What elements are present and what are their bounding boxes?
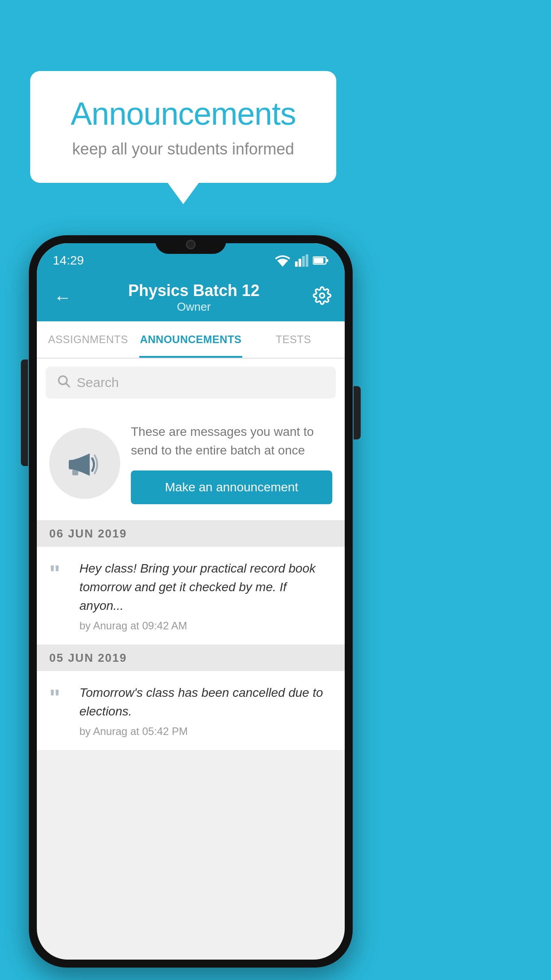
announcements-subtitle: keep all your students informed bbox=[57, 140, 310, 158]
announcement-item-1: " Hey class! Bring your practical record… bbox=[37, 547, 345, 645]
toolbar-title-group: Physics Batch 12 Owner bbox=[128, 281, 260, 314]
wifi-icon bbox=[275, 254, 291, 267]
date-separator-1: 06 JUN 2019 bbox=[37, 521, 345, 547]
tab-tests[interactable]: TESTS bbox=[242, 321, 345, 358]
svg-rect-2 bbox=[299, 259, 301, 267]
signal-icon bbox=[295, 254, 308, 267]
speech-bubble-card: Announcements keep all your students inf… bbox=[30, 71, 336, 183]
camera-dot bbox=[186, 240, 196, 249]
date-separator-2: 05 JUN 2019 bbox=[37, 645, 345, 671]
phone-mockup: 14:29 bbox=[29, 235, 353, 968]
svg-rect-6 bbox=[326, 259, 328, 262]
tab-assignments[interactable]: ASSIGNMENTS bbox=[37, 321, 139, 358]
svg-marker-0 bbox=[277, 261, 288, 267]
toolbar-title: Physics Batch 12 bbox=[128, 281, 260, 300]
battery-icon bbox=[313, 256, 329, 265]
announcement-icon-circle bbox=[49, 428, 120, 499]
announcement-meta-1: by Anurag at 09:42 AM bbox=[79, 620, 332, 632]
svg-rect-7 bbox=[314, 258, 323, 263]
svg-line-10 bbox=[66, 383, 69, 387]
svg-rect-3 bbox=[302, 256, 305, 267]
svg-rect-11 bbox=[69, 460, 74, 469]
promo-block: These are messages you want to send to t… bbox=[37, 407, 345, 521]
svg-point-8 bbox=[320, 293, 325, 298]
search-bar[interactable]: Search bbox=[46, 367, 336, 399]
quote-icon-1: " bbox=[49, 562, 71, 632]
promo-content: These are messages you want to send to t… bbox=[131, 423, 332, 504]
back-button[interactable]: ← bbox=[50, 288, 75, 308]
tab-announcements[interactable]: ANNOUNCEMENTS bbox=[139, 321, 242, 358]
announcement-text-2: Tomorrow's class has been cancelled due … bbox=[79, 684, 332, 721]
announcement-text-1: Hey class! Bring your practical record b… bbox=[79, 559, 332, 615]
svg-rect-12 bbox=[72, 470, 79, 476]
search-placeholder: Search bbox=[77, 375, 119, 390]
status-icons bbox=[275, 254, 329, 267]
app-toolbar: ← Physics Batch 12 Owner bbox=[37, 273, 345, 321]
announcement-content-1: Hey class! Bring your practical record b… bbox=[79, 559, 332, 632]
svg-rect-4 bbox=[306, 254, 308, 267]
announcements-title: Announcements bbox=[57, 95, 310, 132]
promo-description: These are messages you want to send to t… bbox=[131, 423, 332, 460]
status-time: 14:29 bbox=[53, 253, 84, 268]
make-announcement-button[interactable]: Make an announcement bbox=[131, 470, 332, 504]
toolbar-subtitle: Owner bbox=[128, 300, 260, 314]
tabs-bar: ASSIGNMENTS ANNOUNCEMENTS TESTS bbox=[37, 321, 345, 359]
announcement-meta-2: by Anurag at 05:42 PM bbox=[79, 725, 332, 738]
quote-icon-2: " bbox=[49, 686, 71, 738]
announcement-content-2: Tomorrow's class has been cancelled due … bbox=[79, 684, 332, 738]
search-icon bbox=[56, 374, 71, 391]
settings-button[interactable] bbox=[313, 286, 331, 309]
search-bar-container: Search bbox=[37, 359, 345, 407]
svg-rect-1 bbox=[295, 261, 298, 267]
announcement-item-2: " Tomorrow's class has been cancelled du… bbox=[37, 671, 345, 751]
phone-notch bbox=[155, 235, 226, 254]
megaphone-icon bbox=[65, 443, 105, 483]
